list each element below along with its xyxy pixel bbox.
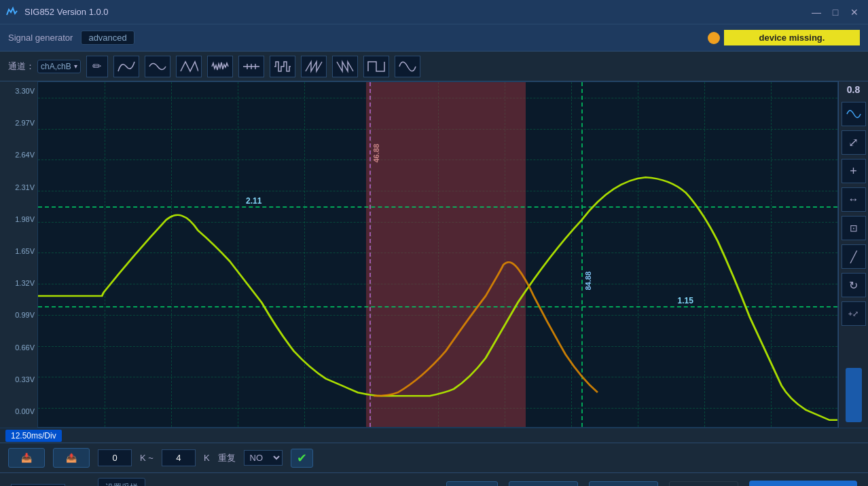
expand-btn[interactable]: ⤢ xyxy=(842,130,866,155)
cursor-btn[interactable]: ⊡ xyxy=(842,216,866,240)
y-label-2: 2.64V xyxy=(15,151,35,159)
toolbar: 通道： chA,chB ▾ ✏ xyxy=(0,52,868,81)
mode-display: advanced xyxy=(81,31,134,45)
zoom-xy-btn[interactable]: +⤢ xyxy=(842,301,866,326)
controls-bar: 📥 📤 K ~ K 重复 NO YES ✔ xyxy=(0,443,868,472)
waveform-sine-alt-btn[interactable] xyxy=(395,56,420,77)
waveform-flat-btn[interactable] xyxy=(238,56,264,77)
refresh-btn[interactable]: ↻ xyxy=(842,273,866,297)
stop-output-button[interactable]: 停止输出 xyxy=(669,481,738,487)
y-axis: 3.30V 2.97V 2.64V 2.31V 1.98V 1.65V 1.32… xyxy=(0,81,37,428)
download-icon: 📥 xyxy=(21,453,32,463)
waveform-sawtooth-btn[interactable] xyxy=(301,56,327,77)
app-logo xyxy=(5,5,19,19)
pencil-icon: ✏ xyxy=(92,60,101,73)
device-status-dot xyxy=(708,32,720,44)
y-label-4: 1.98V xyxy=(15,215,35,223)
download-button[interactable]: 下载 xyxy=(446,481,498,487)
waveform-sine-btn[interactable] xyxy=(145,56,170,77)
waveform-square-btn[interactable] xyxy=(363,56,389,77)
set-sample-rate-button[interactable]: 设置采样 率 xyxy=(98,478,145,486)
channel-selector[interactable]: chA,chB ▾ xyxy=(37,60,81,73)
time-div-label: 12.50ms/Div xyxy=(5,430,62,442)
y-label-5: 1.65V xyxy=(15,247,35,255)
y-label-1: 2.97V xyxy=(15,119,35,127)
signal-generator-label: Signal generator xyxy=(8,33,73,43)
edit-button[interactable]: ✏ xyxy=(86,56,108,77)
app-title: SIG852 Version 1.0.0 xyxy=(24,7,109,17)
level-indicator xyxy=(846,368,862,422)
y-label-10: 0.00V xyxy=(15,407,35,415)
k-label2: K xyxy=(204,453,210,463)
scope-canvas[interactable]: 2.11 1.15 46.88 84.88 xyxy=(37,81,838,428)
y-label-3: 2.31V xyxy=(15,183,35,191)
y-label-9: 0.33V xyxy=(15,375,35,384)
minimize-button[interactable]: — xyxy=(808,4,825,20)
waveform-icon-btn[interactable] xyxy=(842,102,866,126)
repeat-select[interactable]: NO YES xyxy=(244,450,283,466)
range-start-input[interactable] xyxy=(98,449,132,466)
measure-btn[interactable]: ╱ xyxy=(842,244,866,269)
upload-ctrl-btn[interactable]: 📤 xyxy=(53,448,90,468)
loop-output-button[interactable]: 循环输出 xyxy=(589,481,658,487)
waveform-display xyxy=(38,82,837,427)
range-end-input[interactable] xyxy=(162,449,196,466)
download-ctrl-btn[interactable]: 📥 xyxy=(8,448,45,468)
upload-icon: 📤 xyxy=(66,453,77,463)
main-area: 3.30V 2.97V 2.64V 2.31V 1.98V 1.65V 1.32… xyxy=(0,81,868,428)
close-button[interactable]: ✕ xyxy=(846,4,863,20)
waveform-triangle-btn[interactable] xyxy=(176,56,202,77)
zoom-in-btn[interactable]: + xyxy=(842,159,866,183)
waveform-noise-btn[interactable] xyxy=(207,56,233,77)
repeat-label: 重复 xyxy=(218,452,236,464)
time-label-bar: 12.50ms/Div xyxy=(0,428,868,443)
y-label-8: 0.66V xyxy=(15,343,35,352)
single-output-button[interactable]: 单次输出 xyxy=(509,481,578,487)
k-label1: K ~ xyxy=(140,453,153,463)
device-missing-text: device missing. xyxy=(724,30,860,45)
zoom-fit-btn[interactable]: ↔ xyxy=(842,187,866,212)
sample-rate-select[interactable]: 64000 32000 16000 xyxy=(11,484,65,487)
bottom-bar: 64000 32000 16000 Hz 设置采样 率 下载 单次输出 循环输出… xyxy=(0,472,868,486)
y-label-7: 0.99V xyxy=(15,311,35,319)
channel-label: 通道： xyxy=(8,60,35,73)
title-bar: SIG852 Version 1.0.0 — □ ✕ xyxy=(0,0,868,24)
waveform-complex-btn[interactable] xyxy=(270,56,295,77)
signal-generator-bar: Signal generator advanced device missing… xyxy=(0,24,868,52)
y-label-6: 1.32V xyxy=(15,279,35,287)
start-device-button[interactable]: Start Device xyxy=(749,481,857,487)
right-panel: 0.8 ⤢ + ↔ ⊡ ╱ ↻ +⤢ xyxy=(838,81,868,428)
maximize-button[interactable]: □ xyxy=(827,4,844,20)
waveform-rev-sawtooth-btn[interactable] xyxy=(332,56,358,77)
waveform-sine-rise-btn[interactable] xyxy=(113,56,139,77)
y-label-0: 3.30V xyxy=(15,87,35,95)
confirm-btn[interactable]: ✔ xyxy=(291,449,313,468)
scope-value-display: 0.8 xyxy=(847,84,860,95)
